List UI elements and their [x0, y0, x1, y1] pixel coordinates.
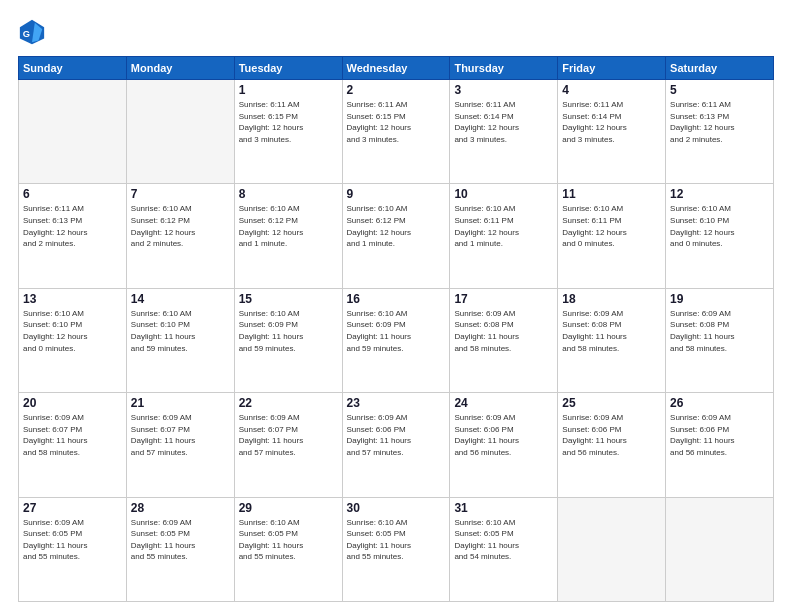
day-number: 16 [347, 292, 446, 306]
calendar-cell: 17Sunrise: 6:09 AM Sunset: 6:08 PM Dayli… [450, 288, 558, 392]
day-number: 31 [454, 501, 553, 515]
calendar-cell: 6Sunrise: 6:11 AM Sunset: 6:13 PM Daylig… [19, 184, 127, 288]
calendar-week-row: 20Sunrise: 6:09 AM Sunset: 6:07 PM Dayli… [19, 393, 774, 497]
calendar-cell: 20Sunrise: 6:09 AM Sunset: 6:07 PM Dayli… [19, 393, 127, 497]
calendar-cell: 23Sunrise: 6:09 AM Sunset: 6:06 PM Dayli… [342, 393, 450, 497]
calendar-cell: 13Sunrise: 6:10 AM Sunset: 6:10 PM Dayli… [19, 288, 127, 392]
logo: G [18, 18, 50, 46]
day-info: Sunrise: 6:10 AM Sunset: 6:11 PM Dayligh… [454, 203, 553, 249]
day-number: 20 [23, 396, 122, 410]
calendar-cell: 15Sunrise: 6:10 AM Sunset: 6:09 PM Dayli… [234, 288, 342, 392]
calendar-cell: 5Sunrise: 6:11 AM Sunset: 6:13 PM Daylig… [666, 80, 774, 184]
calendar-cell: 9Sunrise: 6:10 AM Sunset: 6:12 PM Daylig… [342, 184, 450, 288]
day-info: Sunrise: 6:10 AM Sunset: 6:09 PM Dayligh… [239, 308, 338, 354]
day-number: 19 [670, 292, 769, 306]
calendar-cell: 4Sunrise: 6:11 AM Sunset: 6:14 PM Daylig… [558, 80, 666, 184]
day-info: Sunrise: 6:11 AM Sunset: 6:14 PM Dayligh… [562, 99, 661, 145]
weekday-header-row: SundayMondayTuesdayWednesdayThursdayFrid… [19, 57, 774, 80]
day-number: 18 [562, 292, 661, 306]
calendar-cell: 12Sunrise: 6:10 AM Sunset: 6:10 PM Dayli… [666, 184, 774, 288]
day-info: Sunrise: 6:11 AM Sunset: 6:15 PM Dayligh… [347, 99, 446, 145]
day-number: 21 [131, 396, 230, 410]
day-info: Sunrise: 6:10 AM Sunset: 6:12 PM Dayligh… [347, 203, 446, 249]
calendar-cell: 22Sunrise: 6:09 AM Sunset: 6:07 PM Dayli… [234, 393, 342, 497]
calendar-cell: 10Sunrise: 6:10 AM Sunset: 6:11 PM Dayli… [450, 184, 558, 288]
day-info: Sunrise: 6:11 AM Sunset: 6:13 PM Dayligh… [23, 203, 122, 249]
day-number: 9 [347, 187, 446, 201]
calendar-cell: 21Sunrise: 6:09 AM Sunset: 6:07 PM Dayli… [126, 393, 234, 497]
day-number: 25 [562, 396, 661, 410]
calendar-cell: 29Sunrise: 6:10 AM Sunset: 6:05 PM Dayli… [234, 497, 342, 601]
day-info: Sunrise: 6:11 AM Sunset: 6:15 PM Dayligh… [239, 99, 338, 145]
day-number: 3 [454, 83, 553, 97]
day-info: Sunrise: 6:09 AM Sunset: 6:08 PM Dayligh… [670, 308, 769, 354]
weekday-header: Sunday [19, 57, 127, 80]
day-info: Sunrise: 6:10 AM Sunset: 6:05 PM Dayligh… [454, 517, 553, 563]
calendar-cell [558, 497, 666, 601]
day-info: Sunrise: 6:10 AM Sunset: 6:11 PM Dayligh… [562, 203, 661, 249]
day-number: 13 [23, 292, 122, 306]
day-number: 12 [670, 187, 769, 201]
day-info: Sunrise: 6:10 AM Sunset: 6:10 PM Dayligh… [23, 308, 122, 354]
day-info: Sunrise: 6:09 AM Sunset: 6:06 PM Dayligh… [347, 412, 446, 458]
calendar-cell: 27Sunrise: 6:09 AM Sunset: 6:05 PM Dayli… [19, 497, 127, 601]
weekday-header: Monday [126, 57, 234, 80]
day-number: 1 [239, 83, 338, 97]
day-number: 27 [23, 501, 122, 515]
calendar-cell: 25Sunrise: 6:09 AM Sunset: 6:06 PM Dayli… [558, 393, 666, 497]
logo-icon: G [18, 18, 46, 46]
day-info: Sunrise: 6:09 AM Sunset: 6:07 PM Dayligh… [131, 412, 230, 458]
day-number: 8 [239, 187, 338, 201]
day-number: 15 [239, 292, 338, 306]
day-number: 5 [670, 83, 769, 97]
day-number: 29 [239, 501, 338, 515]
calendar-cell: 11Sunrise: 6:10 AM Sunset: 6:11 PM Dayli… [558, 184, 666, 288]
day-info: Sunrise: 6:10 AM Sunset: 6:10 PM Dayligh… [131, 308, 230, 354]
calendar-cell: 3Sunrise: 6:11 AM Sunset: 6:14 PM Daylig… [450, 80, 558, 184]
header: G [18, 18, 774, 46]
calendar-week-row: 27Sunrise: 6:09 AM Sunset: 6:05 PM Dayli… [19, 497, 774, 601]
day-info: Sunrise: 6:10 AM Sunset: 6:10 PM Dayligh… [670, 203, 769, 249]
day-info: Sunrise: 6:10 AM Sunset: 6:12 PM Dayligh… [239, 203, 338, 249]
weekday-header: Thursday [450, 57, 558, 80]
calendar-cell: 8Sunrise: 6:10 AM Sunset: 6:12 PM Daylig… [234, 184, 342, 288]
calendar-cell: 16Sunrise: 6:10 AM Sunset: 6:09 PM Dayli… [342, 288, 450, 392]
day-info: Sunrise: 6:09 AM Sunset: 6:06 PM Dayligh… [562, 412, 661, 458]
day-info: Sunrise: 6:11 AM Sunset: 6:13 PM Dayligh… [670, 99, 769, 145]
calendar-cell [19, 80, 127, 184]
calendar-table: SundayMondayTuesdayWednesdayThursdayFrid… [18, 56, 774, 602]
calendar-cell: 19Sunrise: 6:09 AM Sunset: 6:08 PM Dayli… [666, 288, 774, 392]
day-info: Sunrise: 6:09 AM Sunset: 6:06 PM Dayligh… [670, 412, 769, 458]
calendar-week-row: 1Sunrise: 6:11 AM Sunset: 6:15 PM Daylig… [19, 80, 774, 184]
day-number: 17 [454, 292, 553, 306]
day-info: Sunrise: 6:10 AM Sunset: 6:09 PM Dayligh… [347, 308, 446, 354]
day-number: 30 [347, 501, 446, 515]
calendar-cell: 7Sunrise: 6:10 AM Sunset: 6:12 PM Daylig… [126, 184, 234, 288]
calendar-cell: 18Sunrise: 6:09 AM Sunset: 6:08 PM Dayli… [558, 288, 666, 392]
day-number: 7 [131, 187, 230, 201]
calendar-week-row: 6Sunrise: 6:11 AM Sunset: 6:13 PM Daylig… [19, 184, 774, 288]
day-info: Sunrise: 6:09 AM Sunset: 6:06 PM Dayligh… [454, 412, 553, 458]
day-info: Sunrise: 6:09 AM Sunset: 6:08 PM Dayligh… [454, 308, 553, 354]
day-number: 26 [670, 396, 769, 410]
page: G SundayMondayTuesdayWednesdayThursdayFr… [0, 0, 792, 612]
calendar-cell: 1Sunrise: 6:11 AM Sunset: 6:15 PM Daylig… [234, 80, 342, 184]
calendar-cell [126, 80, 234, 184]
day-info: Sunrise: 6:10 AM Sunset: 6:05 PM Dayligh… [347, 517, 446, 563]
day-number: 22 [239, 396, 338, 410]
day-info: Sunrise: 6:10 AM Sunset: 6:12 PM Dayligh… [131, 203, 230, 249]
day-info: Sunrise: 6:09 AM Sunset: 6:07 PM Dayligh… [23, 412, 122, 458]
calendar-week-row: 13Sunrise: 6:10 AM Sunset: 6:10 PM Dayli… [19, 288, 774, 392]
day-info: Sunrise: 6:11 AM Sunset: 6:14 PM Dayligh… [454, 99, 553, 145]
calendar-cell: 26Sunrise: 6:09 AM Sunset: 6:06 PM Dayli… [666, 393, 774, 497]
day-info: Sunrise: 6:09 AM Sunset: 6:05 PM Dayligh… [23, 517, 122, 563]
day-number: 11 [562, 187, 661, 201]
day-info: Sunrise: 6:09 AM Sunset: 6:07 PM Dayligh… [239, 412, 338, 458]
day-info: Sunrise: 6:10 AM Sunset: 6:05 PM Dayligh… [239, 517, 338, 563]
day-number: 28 [131, 501, 230, 515]
calendar-cell: 2Sunrise: 6:11 AM Sunset: 6:15 PM Daylig… [342, 80, 450, 184]
calendar-cell: 31Sunrise: 6:10 AM Sunset: 6:05 PM Dayli… [450, 497, 558, 601]
weekday-header: Wednesday [342, 57, 450, 80]
day-number: 2 [347, 83, 446, 97]
day-number: 14 [131, 292, 230, 306]
